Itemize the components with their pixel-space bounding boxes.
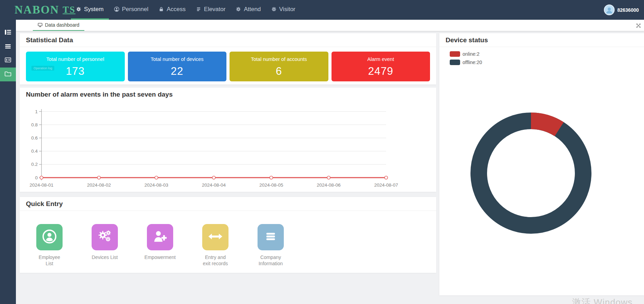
svg-text:0: 0	[35, 175, 38, 180]
company-information-tile	[258, 224, 284, 250]
nav-item-personnel[interactable]: Personnel	[109, 0, 154, 20]
person-icon	[114, 7, 119, 12]
stat-card-personnel: Total number of personnel 173 Operation …	[26, 52, 125, 81]
device-status-title: Device status	[439, 33, 644, 47]
tab-label: Data dashboard	[45, 22, 80, 28]
svg-text:2024-08-06: 2024-08-06	[317, 182, 340, 188]
device-status-donut-chart	[470, 113, 591, 234]
avatar	[604, 5, 615, 15]
nav-item-visitor[interactable]: Visitor	[266, 0, 301, 20]
nav-item-elevator[interactable]: Elevator	[191, 0, 231, 20]
svg-text:0.4: 0.4	[31, 149, 38, 154]
stat-card-label: Total number of personnel	[26, 52, 125, 62]
hamburger-icon	[5, 44, 11, 50]
statistical-data-title: Statistical Data	[20, 33, 436, 47]
logo-text-main: NABON	[15, 3, 59, 16]
nav-item-label: Personnel	[122, 6, 149, 13]
devices-list-tile	[92, 224, 118, 250]
sidebar-item-menu-fold[interactable]	[0, 26, 16, 40]
gear-icon	[76, 7, 81, 12]
legend-item-online[interactable]: online:2	[450, 51, 644, 57]
stat-cards-row: Total number of personnel 173 Operation …	[20, 47, 436, 81]
sidebar-item-menu[interactable]	[0, 40, 16, 54]
nav-item-label: Access	[167, 6, 186, 13]
nav-item-attend[interactable]: Attend	[231, 0, 266, 20]
nav-item-system[interactable]: System	[71, 0, 109, 20]
top-navbar: NABON TS System Personnel Access Elevat	[0, 0, 644, 20]
double-arrow-icon	[207, 229, 223, 246]
gear-icon	[236, 7, 241, 12]
quick-entry-label: Devices List	[89, 254, 121, 261]
stat-card-accounts: Total number of accounts 6	[230, 52, 328, 81]
app-logo: NABON TS	[0, 0, 71, 20]
device-status-panel: Device status online:2 offline:20	[439, 33, 644, 295]
svg-text:2024-08-07: 2024-08-07	[374, 182, 398, 188]
quick-entry-entry-exit-records[interactable]: Entry and exit records	[202, 224, 228, 250]
svg-text:0.6: 0.6	[31, 135, 38, 141]
tab-data-dashboard[interactable]: Data dashboard	[33, 20, 84, 31]
nav-item-label: Attend	[244, 6, 261, 13]
employee-list-tile	[36, 224, 63, 250]
bars-icon	[263, 229, 279, 246]
menu-fold-icon	[5, 30, 11, 36]
left-sidebar	[0, 20, 16, 304]
stat-card-label: Total number of devices	[128, 52, 227, 62]
stat-card-alarm: Alarm event 2479	[332, 52, 430, 81]
username: 82636000	[617, 7, 639, 13]
svg-text:0.2: 0.2	[31, 162, 38, 167]
stat-card-label: Total number of accounts	[230, 52, 328, 62]
quick-entry-panel: Quick Entry Employee List Devices List	[20, 197, 436, 273]
stat-card-devices: Total number of devices 22	[128, 52, 227, 81]
quick-entry-empowerment[interactable]: Empowerment	[147, 224, 173, 250]
nav-item-label: Elevator	[204, 6, 225, 13]
quick-entry-label: Entry and exit records	[199, 254, 231, 267]
svg-text:2024-08-02: 2024-08-02	[87, 182, 111, 188]
stat-card-value: 6	[230, 65, 328, 78]
windows-activation-watermark: 激活 Windows	[572, 296, 633, 304]
legend-swatch-online	[450, 51, 460, 57]
user-plus-icon	[152, 229, 168, 246]
svg-text:2024-08-05: 2024-08-05	[259, 182, 283, 188]
svg-text:2024-08-04: 2024-08-04	[202, 182, 226, 188]
device-status-legend: online:2 offline:20	[439, 47, 644, 65]
gear-icon	[271, 7, 277, 12]
nav-item-access[interactable]: Access	[153, 0, 191, 20]
legend-item-offline[interactable]: offline:20	[450, 60, 644, 65]
sidebar-item-folder[interactable]	[0, 68, 16, 81]
lock-icon	[159, 7, 164, 12]
stat-card-value: 22	[128, 65, 227, 78]
operation-log-tooltip: Operation log	[31, 66, 54, 71]
id-card-icon	[5, 57, 11, 64]
svg-text:0.8: 0.8	[31, 122, 38, 127]
main-content: Statistical Data Total number of personn…	[16, 31, 644, 304]
expand-arrows-icon[interactable]	[636, 23, 641, 28]
main-menu: System Personnel Access Elevator Attend	[71, 0, 301, 20]
quick-entry-label: Empowerment	[144, 254, 176, 261]
quick-entry-company-information[interactable]: Company Information	[258, 224, 284, 250]
quick-entry-label: Company Information	[255, 254, 287, 267]
quick-entry-employee-list[interactable]: Employee List	[36, 224, 63, 250]
folder-icon	[4, 71, 11, 78]
legend-label: online:2	[463, 51, 479, 57]
alarm-chart-title: Number of alarm events in the past seven…	[20, 88, 436, 101]
user-icon	[41, 229, 57, 246]
sidebar-item-id-card[interactable]	[0, 54, 16, 68]
svg-text:2024-08-01: 2024-08-01	[29, 182, 53, 188]
quick-entry-title: Quick Entry	[20, 197, 436, 211]
quick-entry-row: Employee List Devices List Empowerment	[20, 211, 436, 250]
entry-exit-records-tile	[202, 224, 228, 250]
stat-card-value: 2479	[332, 65, 430, 78]
empowerment-tile	[147, 224, 173, 250]
tab-bar: Data dashboard	[16, 20, 644, 31]
nav-item-label: Visitor	[279, 6, 296, 13]
elevator-icon	[196, 7, 201, 12]
alarm-events-chart-panel: Number of alarm events in the past seven…	[20, 88, 436, 192]
nav-item-label: System	[84, 6, 104, 13]
svg-text:1: 1	[35, 109, 38, 114]
statistical-data-panel: Statistical Data Total number of personn…	[20, 33, 436, 84]
quick-entry-devices-list[interactable]: Devices List	[92, 224, 118, 250]
user-menu[interactable]: 82636000	[604, 0, 639, 20]
quick-entry-label: Employee List	[34, 254, 65, 267]
legend-label: offline:20	[463, 60, 482, 65]
alarm-events-line-chart: 00.20.40.60.812024-08-012024-08-022024-0…	[20, 105, 436, 190]
